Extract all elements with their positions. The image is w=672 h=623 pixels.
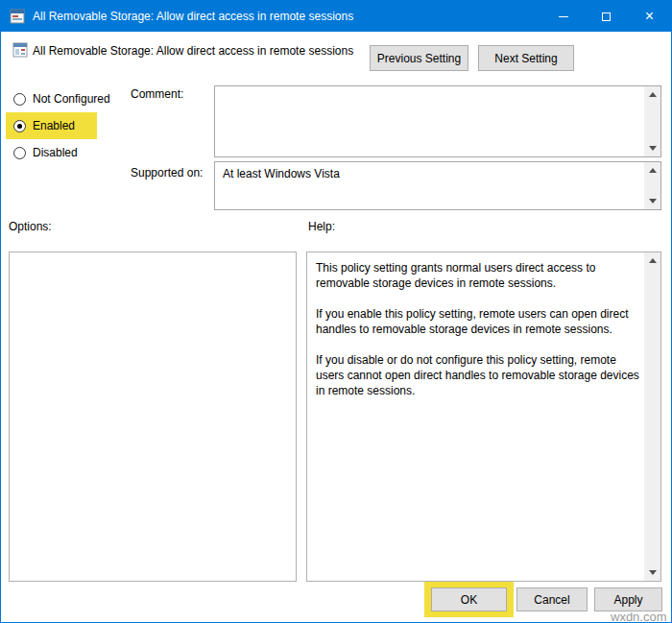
minimize-button[interactable]: [541, 1, 585, 32]
radio-unselected-icon: [13, 93, 26, 106]
radio-selected-icon: [13, 120, 26, 132]
ok-highlight: OK: [424, 582, 514, 617]
window-controls: ×: [541, 1, 671, 32]
close-button[interactable]: ×: [628, 1, 671, 32]
title-bar: All Removable Storage: Allow direct acce…: [1, 1, 671, 32]
watermark: wxdn.com: [611, 610, 667, 623]
maximize-icon: [602, 12, 611, 21]
help-paragraph: If you enable this policy setting, remot…: [316, 306, 641, 337]
options-label: Options:: [9, 220, 52, 233]
scroll-up-icon: [649, 258, 657, 263]
ok-button[interactable]: OK: [431, 587, 507, 611]
radio-not-configured[interactable]: Not Configured: [13, 91, 110, 107]
window-icon: [10, 9, 25, 24]
scroll-up-button[interactable]: [644, 252, 660, 269]
comment-input[interactable]: [214, 85, 661, 157]
cancel-button[interactable]: Cancel: [516, 587, 588, 611]
help-paragraph: If you disable or do not configure this …: [316, 352, 641, 398]
supported-on-input[interactable]: At least Windows Vista: [214, 161, 661, 210]
comment-label: Comment:: [131, 87, 183, 101]
comment-scrollbar[interactable]: [644, 86, 660, 156]
apply-button[interactable]: Apply: [594, 587, 662, 611]
maximize-button[interactable]: [585, 1, 628, 32]
radio-label: Disabled: [33, 146, 78, 159]
close-icon: ×: [645, 9, 654, 24]
window-title: All Removable Storage: Allow direct acce…: [33, 10, 353, 23]
scroll-down-icon: [649, 146, 657, 151]
comment-value: [215, 86, 643, 156]
dialog-window: All Removable Storage: Allow direct acce…: [0, 0, 672, 623]
policy-title: All Removable Storage: Allow direct acce…: [33, 44, 353, 58]
help-paragraph: This policy setting grants normal users …: [316, 260, 641, 291]
previous-setting-button[interactable]: Previous Setting: [370, 45, 468, 71]
scroll-down-button[interactable]: [644, 564, 660, 581]
scroll-up-icon: [649, 168, 657, 173]
help-text: This policy setting grants normal users …: [307, 252, 643, 581]
scroll-up-icon: [649, 92, 657, 97]
help-panel: This policy setting grants normal users …: [306, 252, 661, 582]
scroll-down-icon: [649, 570, 657, 575]
radio-label: Not Configured: [33, 92, 110, 106]
scroll-down-button[interactable]: [644, 140, 660, 156]
scroll-up-button[interactable]: [644, 86, 660, 103]
scroll-down-icon: [649, 199, 657, 204]
supported-on-label: Supported on:: [131, 166, 203, 180]
options-panel: [9, 252, 297, 582]
radio-disabled[interactable]: Disabled: [13, 145, 78, 160]
help-scrollbar[interactable]: [644, 252, 660, 581]
scroll-down-button[interactable]: [644, 193, 660, 209]
radio-unselected-icon: [13, 147, 26, 159]
supported-on-value: At least Windows Vista: [215, 162, 643, 209]
policy-icon: [12, 42, 28, 58]
supported-on-scrollbar[interactable]: [644, 162, 660, 209]
minimize-icon: [559, 16, 568, 17]
help-label: Help:: [308, 220, 335, 233]
scroll-up-button[interactable]: [644, 162, 660, 179]
radio-enabled[interactable]: Enabled: [13, 118, 75, 133]
next-setting-button[interactable]: Next Setting: [478, 45, 574, 71]
radio-label: Enabled: [33, 119, 75, 132]
